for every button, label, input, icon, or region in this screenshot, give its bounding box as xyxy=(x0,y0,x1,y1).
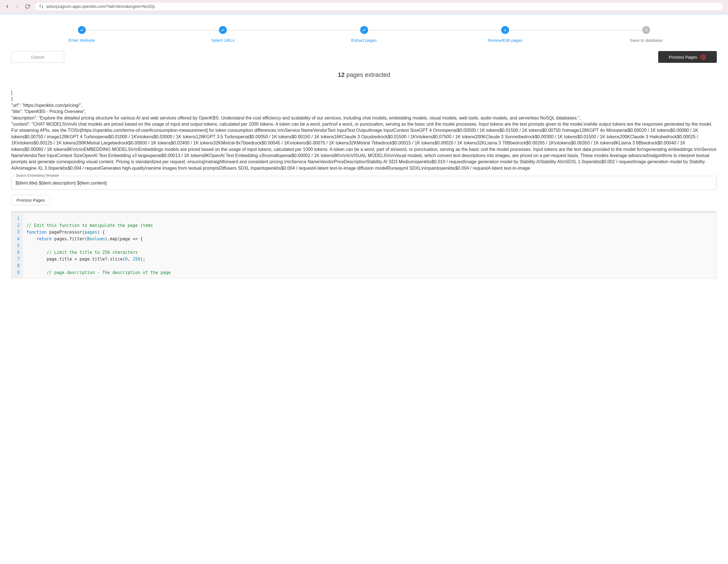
code-gutter: 123456789 xyxy=(11,213,23,278)
extracted-json-preview: [ { "url": "https://openkbs.com/pricing/… xyxy=(11,90,717,171)
code-body[interactable]: // Edit this function to manipulate the … xyxy=(23,213,717,278)
svg-point-1 xyxy=(42,7,43,8)
cancel-button[interactable]: Cancel xyxy=(11,51,64,63)
step-label: Review/Edit pages xyxy=(488,38,523,43)
step-indicator: Enter WebsiteSelect URLsExtract pages4Re… xyxy=(11,26,717,43)
step-label: Select URLs xyxy=(211,38,234,43)
pages-extracted-heading: 12 pages extracted xyxy=(11,71,717,78)
url-text: qxlscq1agovm.apps.openkbs.com/?tab=Items… xyxy=(46,4,156,9)
embedding-template-field: Search Embedding Template xyxy=(11,176,717,190)
pages-count: 12 xyxy=(338,71,345,78)
step-label: Extract pages xyxy=(351,38,377,43)
code-editor[interactable]: 123456789 // Edit this function to manip… xyxy=(11,211,717,278)
target-cursor-icon xyxy=(700,54,706,60)
step-circle xyxy=(219,26,227,34)
svg-point-0 xyxy=(40,5,41,6)
process-pages-button-top[interactable]: Process Pages xyxy=(658,51,717,63)
process-pages-button-bottom[interactable]: Process Pages xyxy=(11,195,50,205)
step-2: Extract pages xyxy=(293,26,435,43)
site-settings-icon[interactable] xyxy=(39,4,43,9)
step-circle xyxy=(78,26,86,34)
url-bar[interactable]: qxlscq1agovm.apps.openkbs.com/?tab=Items… xyxy=(35,2,724,11)
step-3: 4Review/Edit pages xyxy=(435,26,576,43)
pages-text: pages extracted xyxy=(345,71,390,78)
process-pages-label: Process Pages xyxy=(669,55,697,59)
step-1: Select URLs xyxy=(152,26,293,43)
reload-button[interactable] xyxy=(25,4,30,9)
step-circle xyxy=(360,26,368,34)
step-circle: 4 xyxy=(501,26,509,34)
step-4: 5Save to database xyxy=(576,26,717,43)
forward-button[interactable] xyxy=(15,4,20,9)
step-label: Enter Website xyxy=(69,38,95,43)
browser-toolbar: qxlscq1agovm.apps.openkbs.com/?tab=Items… xyxy=(0,0,728,13)
step-circle: 5 xyxy=(642,26,650,34)
embedding-template-legend: Search Embedding Template xyxy=(14,174,61,177)
step-label: Save to database xyxy=(630,38,663,43)
back-button[interactable] xyxy=(4,4,10,9)
embedding-template-input[interactable] xyxy=(15,181,713,186)
step-0: Enter Website xyxy=(11,26,152,43)
